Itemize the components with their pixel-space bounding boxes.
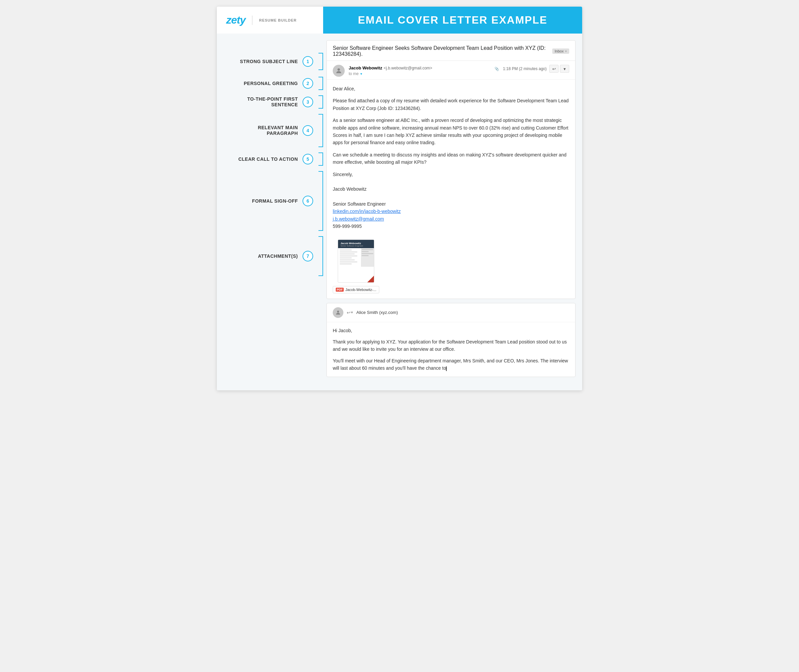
sidebar-label-3: TO-THE-POINT FIRST SENTENCE (232, 96, 298, 108)
sidebar-badge-6: 6 (302, 196, 313, 206)
email-paragraph1: Please find attached a copy of my resume… (333, 97, 569, 112)
sidebar-label-1: STRONG SUBJECT LINE (240, 59, 298, 64)
svg-point-1 (337, 310, 339, 313)
sidebar-badge-4: 4 (302, 125, 313, 136)
chevron-down-icon-reply[interactable]: ▾ (351, 310, 353, 315)
logo-divider (252, 16, 252, 25)
email-panel: Senior Software Engineer Seeks Software … (323, 40, 582, 384)
person-icon (335, 67, 342, 74)
more-options-button[interactable]: ▾ (560, 65, 569, 73)
email-main: Senior Software Engineer Seeks Software … (326, 40, 575, 299)
email-action-buttons: ↩ ▾ (549, 65, 569, 73)
reply-body: Hi Jacob, Thank you for applying to XYZ.… (327, 322, 575, 377)
pdf-corner-fold (367, 276, 374, 282)
sidebar-bracket-5 (318, 152, 323, 166)
email-paragraph2: As a senior software engineer at ABC Inc… (333, 117, 569, 147)
reply-paragraph2: You'll meet with our Head of Engineering… (333, 357, 569, 372)
inbox-close-icon[interactable]: × (565, 50, 567, 53)
email-timestamp: 1:18 PM (2 minutes ago) (503, 66, 547, 71)
email-link[interactable]: j.b.webowitz@gmail.com (333, 216, 384, 222)
sidebar: STRONG SUBJECT LINE 1 PERSONAL GREETING … (217, 40, 323, 384)
sidebar-item-3: TO-THE-POINT FIRST SENTENCE 3 (217, 93, 323, 111)
sidebar-item-2: PERSONAL GREETING 2 (217, 74, 323, 93)
sidebar-label-4: RELEVANT MAIN PARAGRAPH (232, 125, 298, 136)
attachment-icon: 📎 (494, 67, 499, 71)
sidebar-item-4: RELEVANT MAIN PARAGRAPH 4 (217, 111, 323, 150)
logo-zety: zety (226, 14, 245, 26)
attachment-filename: Jacob-Webowitz-... (345, 288, 376, 292)
email-from-name: Jacob Webowitz <j.b.webowitz@gmail.com> (349, 65, 491, 71)
text-cursor (446, 366, 447, 371)
sidebar-bracket-6 (318, 171, 323, 231)
resume-thumb-right (361, 248, 374, 267)
main-container: zety RESUME BUILDER EMAIL COVER LETTER E… (217, 6, 582, 390)
resume-thumbnail[interactable]: Jacob Webowitz Senior Software Engineer (338, 240, 374, 283)
email-time-block: 📎 1:18 PM (2 minutes ago) ↩ ▾ (494, 65, 569, 73)
email-closing: Sincerely, Jacob Webowitz Senior Softwar… (333, 171, 569, 230)
sidebar-label-5: CLEAR CALL TO ACTION (238, 157, 298, 162)
email-greeting: Dear Alice, (333, 85, 569, 92)
linkedin-link[interactable]: linkedin.com/in/jacob-b-webowitz (333, 209, 401, 214)
reply-paragraph1: Thank you for applying to XYZ. Your appl… (333, 338, 569, 353)
reply-button[interactable]: ↩ (549, 65, 559, 73)
sidebar-item-6: FORMAL SIGN-OFF 6 (217, 168, 323, 234)
reply-person-icon (335, 310, 341, 315)
sidebar-bracket-4 (318, 114, 323, 147)
sidebar-label-7: ATTACHMENT(S) (258, 253, 298, 259)
email-paragraph3: Can we schedule a meeting to discuss my … (333, 151, 569, 166)
sidebar-bracket-1 (318, 53, 323, 70)
header-title-bar: EMAIL COVER LETTER EXAMPLE (323, 6, 582, 34)
logo-section: zety RESUME BUILDER (217, 6, 323, 34)
email-subject: Senior Software Engineer Seeks Software … (333, 45, 549, 57)
sidebar-bracket-2 (318, 77, 323, 90)
logo-subtitle: RESUME BUILDER (259, 18, 297, 22)
sidebar-item-1: STRONG SUBJECT LINE 1 (217, 43, 323, 74)
pdf-attachment-badge[interactable]: PDF Jacob-Webowitz-... (333, 286, 379, 293)
reply-greeting: Hi Jacob, (333, 327, 569, 334)
sidebar-badge-3: 3 (302, 97, 313, 107)
header: zety RESUME BUILDER EMAIL COVER LETTER E… (217, 6, 582, 34)
reply-avatar (333, 307, 344, 318)
reply-from-name: Alice Smith (xyz.com) (356, 310, 398, 315)
sidebar-badge-1: 1 (302, 56, 313, 67)
attachment-section: Jacob Webowitz Senior Software Engineer (327, 236, 575, 299)
sidebar-bracket-3 (318, 95, 323, 109)
sidebar-bracket-7 (318, 236, 323, 276)
sidebar-badge-7: 7 (302, 251, 313, 261)
sidebar-item-5: CLEAR CALL TO ACTION 5 (217, 150, 323, 168)
sidebar-badge-2: 2 (302, 78, 313, 89)
sidebar-label-2: PERSONAL GREETING (244, 81, 298, 86)
sidebar-badge-5: 5 (302, 154, 313, 165)
chevron-down-icon[interactable]: ▾ (360, 72, 362, 76)
email-from-row: Jacob Webowitz <j.b.webowitz@gmail.com> … (327, 61, 575, 80)
pdf-icon: PDF (336, 288, 344, 292)
sidebar-label-6: FORMAL SIGN-OFF (252, 198, 298, 204)
email-to-me: to me ▾ (349, 71, 491, 76)
inbox-badge: Inbox × (552, 48, 569, 54)
resume-thumb-header: Jacob Webowitz Senior Software Engineer (338, 240, 374, 248)
sidebar-item-7: ATTACHMENT(S) 7 (217, 234, 323, 285)
reply-arrows-icon: ↩ ▾ (347, 310, 353, 315)
email-subject-bar: Senior Software Engineer Seeks Software … (327, 40, 575, 61)
resume-thumb-title: Senior Software Engineer (340, 245, 372, 247)
main-content: STRONG SUBJECT LINE 1 PERSONAL GREETING … (217, 34, 582, 390)
email-body: Dear Alice, Please find attached a copy … (327, 80, 575, 236)
resume-thumb-name: Jacob Webowitz (340, 242, 372, 245)
reply-email: ↩ ▾ Alice Smith (xyz.com) Hi Jacob, Than… (326, 303, 575, 377)
reply-header: ↩ ▾ Alice Smith (xyz.com) (327, 303, 575, 322)
svg-point-0 (337, 69, 340, 71)
email-from-block: Jacob Webowitz <j.b.webowitz@gmail.com> … (349, 65, 491, 76)
page-title: EMAIL COVER LETTER EXAMPLE (358, 14, 548, 26)
sender-avatar (333, 65, 345, 77)
resume-thumb-body (338, 248, 361, 267)
